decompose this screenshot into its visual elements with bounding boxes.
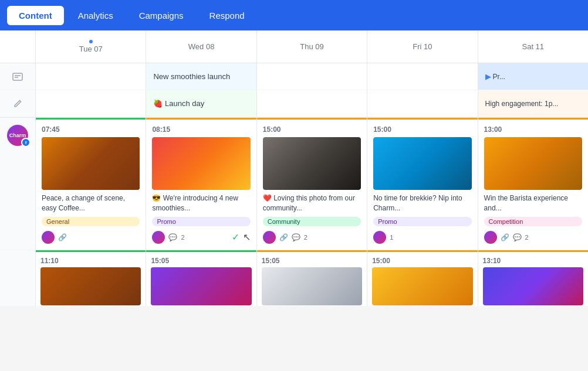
post-time-fri2: 15:00 [372, 257, 472, 265]
row2-spacer [0, 250, 35, 306]
post-image-mixed [483, 267, 583, 305]
post-tag-general[interactable]: General [42, 217, 140, 226]
calendar-grid-row2: 11:10 15:05 15:05 15:00 13:10 [0, 250, 588, 306]
banner-rows-container: New smoothies launch ▶ Pr... 🍓 Launch da… [0, 63, 588, 118]
post-footer-thu: 🔗 💬 2 [263, 231, 361, 244]
edit-icon [0, 90, 35, 117]
link-icon-sat: 🔗 [501, 233, 509, 241]
checkmark-icon: ✓ [232, 232, 239, 243]
campaign-icon [0, 63, 35, 90]
link-icon-thu: 🔗 [279, 233, 288, 241]
banner-tue-empty [35, 63, 146, 90]
post-footer-wed: 💬 2 ✓ ↖ [152, 231, 250, 244]
tab-content[interactable]: Content [7, 6, 64, 25]
post-time-fri: 15:00 [373, 125, 471, 134]
post-time-wed: 08:15 [152, 125, 250, 134]
post-time-tue2: 11:10 [40, 257, 141, 265]
brand-avatar: Charm f [7, 125, 28, 146]
facebook-badge: f [21, 138, 31, 147]
post-text-sat: Win the Barista experience and... [484, 193, 582, 213]
post-image-latte [263, 137, 361, 190]
day-header-wed: Wed 08 [146, 30, 256, 63]
banner-row-event: 🍓 Launch day High engagement: 1p... [0, 90, 588, 117]
post-time: 07:45 [42, 125, 140, 134]
post-image-coffee [42, 137, 140, 190]
post-footer-fri: 1 [373, 231, 471, 244]
post-tag-community[interactable]: Community [263, 217, 361, 226]
comment-icon-sat: 💬 [513, 233, 522, 241]
post-footer: 🔗 [42, 231, 140, 244]
post-image-drink [372, 267, 472, 305]
day-header-tue: Tue 07 [35, 30, 146, 63]
count-fri: 1 [390, 234, 393, 241]
banner-sat-campaign[interactable]: ▶ Pr... [478, 63, 588, 90]
event-thu-empty [256, 90, 367, 117]
post-text-thu: ❤️ Loving this photo from our community.… [263, 193, 361, 213]
banner-fri-empty [367, 63, 477, 90]
post-time-sat: 13:00 [484, 125, 582, 134]
author-avatar-sat [484, 231, 497, 244]
post-image-coffee2 [40, 267, 141, 305]
link-icon: 🔗 [58, 233, 67, 241]
calendar-header: Tue 07 Wed 08 Thu 09 Fri 10 Sat 11 [0, 30, 588, 63]
post-tag-promo-fri[interactable]: Promo [373, 217, 471, 226]
post-card-sat2[interactable]: 13:10 [478, 250, 588, 306]
post-card-thu2[interactable]: 15:05 [257, 250, 367, 306]
post-text-wed: 😎 We're introducing 4 new smoothies... [152, 193, 250, 213]
post-time-wed2: 15:05 [151, 257, 251, 265]
banner-wed-campaign[interactable]: New smoothies launch [146, 63, 256, 90]
comment-icon-thu: 💬 [292, 233, 300, 241]
author-avatar [42, 231, 55, 244]
cursor-pointer: ↖ [243, 232, 251, 243]
post-footer-sat: 🔗 💬 2 [484, 231, 582, 244]
top-navigation: Content Analytics Campaigns Respond [0, 0, 588, 30]
active-day-dot [89, 40, 93, 43]
post-image-berries [151, 267, 251, 305]
banner-thu-empty [256, 63, 367, 90]
comment-count-wed: 2 [181, 234, 184, 241]
post-time-sat2: 13:10 [483, 257, 583, 265]
post-card-tue2[interactable]: 11:10 [36, 250, 146, 306]
post-tag-competition[interactable]: Competition [484, 217, 582, 226]
post-card-sat1[interactable]: 13:00 Win the Barista experience and... … [478, 118, 588, 250]
author-avatar-thu [263, 231, 276, 244]
tab-campaigns[interactable]: Campaigns [127, 6, 195, 25]
post-time-thu2: 15:05 [262, 257, 362, 265]
post-card-tue1[interactable]: 07:45 Peace, a change of scene, easy Cof… [36, 118, 146, 250]
comment-icon-wed: 💬 [168, 233, 177, 241]
post-image-smoothie [152, 137, 250, 190]
post-tag-promo[interactable]: Promo [152, 217, 250, 226]
post-image-barista [484, 137, 582, 190]
post-text: Peace, a change of scene, easy Coffee... [42, 193, 140, 213]
event-tue-empty [35, 90, 146, 117]
svg-rect-0 [13, 73, 22, 80]
day-header-fri: Fri 10 [367, 30, 477, 63]
profile-icon-cell: Charm f [0, 118, 35, 250]
post-card-thu1[interactable]: 15:00 ❤️ Loving this photo from our comm… [257, 118, 367, 250]
post-card-fri1[interactable]: 15:00 No time for brekkie? Nip into Char… [367, 118, 477, 250]
event-wed-launch[interactable]: 🍓 Launch day [146, 90, 256, 117]
banner-row-campaign: New smoothies launch ▶ Pr... [0, 63, 588, 90]
calendar-grid-row1: Charm f 07:45 Peace, a change of scene, … [0, 118, 588, 250]
author-avatar-wed [152, 231, 165, 244]
post-image-iced [373, 137, 471, 190]
event-sat-high[interactable]: High engagement: 1p... [478, 90, 588, 117]
comment-count-thu: 2 [304, 234, 307, 241]
event-fri-empty [367, 90, 477, 117]
post-text-fri: No time for brekkie? Nip into Charm... [373, 193, 471, 213]
post-card-wed2[interactable]: 15:05 [146, 250, 256, 306]
post-time-thu: 15:00 [263, 125, 361, 134]
post-card-wed1[interactable]: 08:15 😎 We're introducing 4 new smoothie… [146, 118, 256, 250]
author-avatar-fri [373, 231, 386, 244]
tab-analytics[interactable]: Analytics [66, 6, 125, 25]
day-header-thu: Thu 09 [256, 30, 367, 63]
post-image-cupwhite [262, 267, 362, 305]
comment-count-sat: 2 [525, 234, 529, 241]
tab-respond[interactable]: Respond [198, 6, 256, 25]
day-header-sat: Sat 11 [478, 30, 588, 63]
post-card-fri2[interactable]: 15:00 [367, 250, 477, 306]
